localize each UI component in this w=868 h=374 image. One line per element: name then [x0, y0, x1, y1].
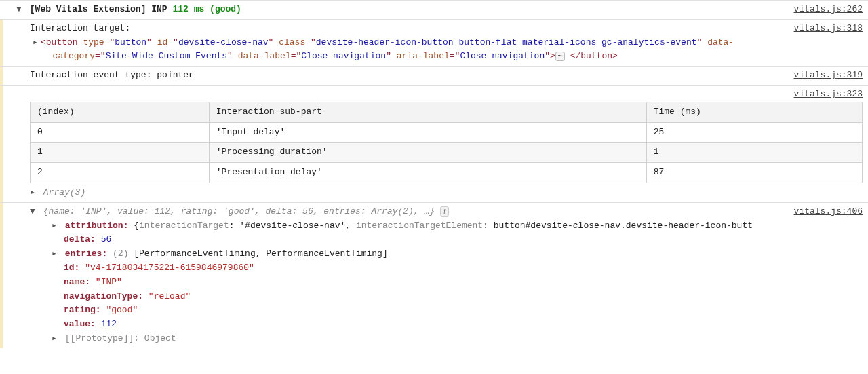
ellipsis-icon[interactable]: ⋯ [555, 52, 565, 61]
disclosure-right-icon[interactable]: ▸ [52, 219, 60, 233]
interaction-target-block: vitals.js:318 Interaction target: ▸<butt… [0, 19, 868, 66]
group-prefix: [Web Vitals Extension] [30, 4, 146, 14]
disclosure-right-icon[interactable]: ▸ [30, 186, 38, 200]
prop-entries[interactable]: ▸ entries: (2) [PerformanceEventTiming, … [30, 247, 863, 261]
object-dump-block: vitals.js:406 ▼ {name: 'INP', value: 112… [0, 202, 868, 348]
disclosure-down-icon[interactable]: ▼ [30, 205, 38, 219]
object-preview-line[interactable]: ▼ {name: 'INP', value: 112, rating: 'goo… [30, 205, 863, 219]
prop-prototype[interactable]: ▸ [[Prototype]]: Object [30, 332, 863, 346]
array-preview[interactable]: Array(3) [43, 187, 85, 198]
disclosure-down-icon[interactable]: ▼ [16, 3, 24, 17]
metric-value: 112 ms [172, 4, 204, 14]
interaction-target-label: Interaction target: [30, 22, 863, 36]
source-link[interactable]: vitals.js:262 [794, 3, 863, 17]
source-link[interactable]: vitals.js:319 [794, 69, 863, 83]
table-row: 0 'Input delay' 25 [31, 122, 863, 143]
source-link[interactable]: vitals.js:318 [794, 22, 863, 36]
disclosure-right-icon[interactable]: ▸ [33, 36, 41, 50]
prop-attribution[interactable]: ▸ attribution: {interactionTarget: '#dev… [30, 219, 863, 233]
metric-rating: (good) [210, 4, 241, 14]
timing-table: (index) Interaction sub-part Time (ms) 0… [30, 102, 863, 183]
timing-table-block: vitals.js:323 (index) Interaction sub-pa… [0, 85, 868, 202]
console-group-header[interactable]: vitals.js:262 ▼ [Web Vitals Extension] I… [0, 0, 868, 19]
source-link[interactable]: vitals.js:323 [794, 88, 863, 102]
element-preview[interactable]: ▸<button type="button" id="devsite-close… [30, 36, 863, 64]
event-type-text: Interaction event type: pointer [30, 70, 194, 80]
prop-delta: delta: 56 [30, 233, 863, 247]
prop-value: value: 112 [30, 318, 863, 332]
interaction-event-type: vitals.js:319 Interaction event type: po… [0, 66, 868, 85]
prop-id: id: "v4-1718034175221-6159846979860" [30, 261, 863, 276]
disclosure-right-icon[interactable]: ▸ [52, 247, 60, 261]
prop-navigation-type: navigationType: "reload" [30, 290, 863, 304]
table-row: 1 'Processing duration' 1 [31, 143, 863, 163]
source-link[interactable]: vitals.js:406 [794, 205, 863, 219]
metric-name: INP [151, 4, 167, 14]
info-icon[interactable]: i [440, 206, 449, 217]
disclosure-right-icon[interactable]: ▸ [52, 332, 60, 346]
prop-name: name: "INP" [30, 276, 863, 290]
th-time: Time (ms) [646, 102, 862, 122]
prop-rating: rating: "good" [30, 303, 863, 318]
th-index: (index) [31, 102, 210, 122]
table-row: 2 'Presentation delay' 87 [31, 163, 863, 183]
th-subpart: Interaction sub-part [209, 102, 646, 122]
